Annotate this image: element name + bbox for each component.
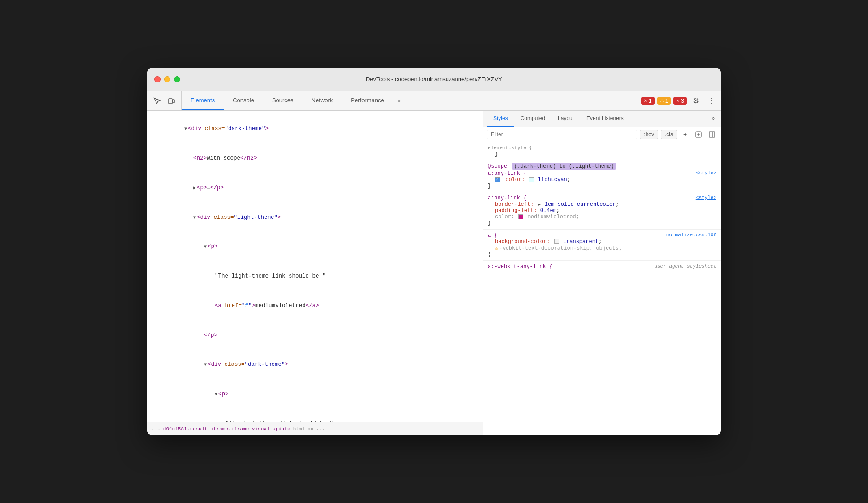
styles-tabs: Styles Computed Layout Event Listeners » (483, 111, 721, 127)
tab-computed[interactable]: Computed (514, 111, 551, 127)
close-button[interactable] (154, 76, 161, 82)
dom-content[interactable]: ▼<div class="dark-theme"> <h2>with scope… (147, 111, 483, 422)
property-checkbox[interactable]: ✓ (495, 177, 500, 182)
svg-rect-0 (169, 99, 172, 104)
dom-line[interactable]: ▼<div class="light-theme"> (147, 203, 483, 232)
css-prop-name-strike: color: (495, 214, 514, 220)
semicolon: ; (599, 238, 602, 245)
settings-icon[interactable]: ⚙ (690, 95, 702, 107)
dom-line[interactable]: <a href="#">mediumvioletred</a> (147, 291, 483, 321)
css-close-brace: } (488, 183, 491, 189)
tab-console[interactable]: Console (224, 91, 263, 110)
footer-tag2[interactable]: bo (308, 426, 313, 432)
css-close-brace: } (488, 220, 491, 226)
css-prop-value: lightcyan (538, 177, 567, 183)
dom-line[interactable]: ▼<p> (147, 232, 483, 262)
dom-line[interactable]: "The dark-theme link should be " (147, 409, 483, 422)
error-badge[interactable]: ✕ 1 (641, 97, 655, 105)
toggle-sidebar-icon[interactable] (707, 129, 717, 140)
dom-line[interactable]: "The light-theme link should be " (147, 262, 483, 291)
collapse-icon[interactable]: ▼ (184, 126, 187, 131)
hov-button[interactable]: :hov (640, 130, 658, 139)
dom-line[interactable]: ▼<p> (147, 380, 483, 409)
dom-line[interactable]: ▼<div class="dark-theme"> (147, 114, 483, 144)
css-selector: a:-webkit-any-link { (488, 264, 552, 270)
css-source[interactable]: <style> (696, 195, 716, 200)
css-prop-value-strike: mediumvioletred (528, 214, 576, 220)
css-prop-value: 1em solid currentcolor (545, 201, 616, 208)
collapse-icon[interactable]: ▼ (204, 362, 207, 367)
color-swatch[interactable] (529, 177, 534, 182)
css-prop-name: border-left: (495, 201, 534, 208)
tab-performance[interactable]: Performance (342, 91, 393, 110)
footer-path[interactable]: d04cf581.result-iframe.iframe-visual-upd… (163, 426, 291, 432)
issue-icon: ✕ (676, 98, 680, 103)
color-swatch-transparent[interactable] (554, 239, 559, 244)
titlebar: DevTools - codepen.io/miriamsuzanne/pen/… (147, 68, 721, 91)
tab-network[interactable]: Network (303, 91, 342, 110)
color-swatch-strike[interactable] (518, 214, 523, 219)
semicolon: ; (576, 214, 579, 220)
footer-more: ... (316, 426, 325, 432)
inspect-icon[interactable] (151, 95, 163, 107)
devtools-window: DevTools - codepen.io/miriamsuzanne/pen/… (147, 68, 721, 435)
new-style-rule-icon[interactable] (693, 129, 704, 140)
tab-elements[interactable]: Elements (182, 91, 224, 110)
collapse-icon[interactable]: ▼ (215, 392, 217, 397)
dom-line[interactable]: <h2>with scope</h2> (147, 144, 483, 173)
css-rule-element-style: element.style { } (483, 142, 721, 160)
more-tabs-button[interactable]: » (393, 91, 405, 110)
cls-button[interactable]: .cls (661, 130, 677, 139)
dom-line[interactable]: ▼<div class="dark-theme"> (147, 350, 483, 380)
scope-highlight: (.dark-theme) to (.light-theme) (512, 163, 616, 170)
more-styles-tabs-button[interactable]: » (709, 111, 717, 127)
css-prop-value-strike: objects (596, 245, 618, 252)
device-icon[interactable] (165, 95, 178, 107)
add-style-icon[interactable]: + (680, 129, 690, 140)
collapse-icon[interactable]: ▼ (193, 215, 196, 220)
dom-line[interactable]: ▶<p>…</p> (147, 173, 483, 203)
css-selector: a:any-link { (488, 195, 526, 201)
error-icon: ✕ (644, 98, 647, 103)
element-style-label: element.style { (488, 145, 532, 151)
css-prop-name: color: (505, 177, 525, 183)
dom-line[interactable]: </p> (147, 321, 483, 350)
tab-layout[interactable]: Layout (551, 111, 580, 127)
window-title: DevTools - codepen.io/miriamsuzanne/pen/… (366, 76, 502, 82)
minimize-button[interactable] (164, 76, 170, 82)
css-rule-a: a { normalize.css:106 background-color: … (483, 230, 721, 261)
css-source-normalize[interactable]: normalize.css:106 (666, 232, 716, 238)
more-menu-icon[interactable]: ⋮ (705, 95, 717, 107)
tab-event-listeners[interactable]: Event Listeners (580, 111, 630, 127)
expand-icon[interactable]: ▶ (193, 186, 196, 191)
toolbar: Elements Console Sources Network Perform… (147, 91, 721, 111)
footer-tag1[interactable]: html (293, 426, 305, 432)
css-rule-scope: @scope (.dark-theme) to (.light-theme) a… (483, 160, 721, 192)
tabs: Elements Console Sources Network Perform… (182, 91, 638, 110)
toolbar-icons (147, 91, 182, 110)
issue-badge[interactable]: ✕ 3 (673, 97, 687, 105)
warn-badge[interactable]: ⚠ 1 (657, 97, 671, 105)
css-selector: a:any-link { (488, 170, 526, 177)
maximize-button[interactable] (174, 76, 180, 82)
main-content: ▼<div class="dark-theme"> <h2>with scope… (147, 111, 721, 435)
at-scope-label: @scope (488, 163, 507, 169)
collapse-icon[interactable]: ▼ (204, 244, 207, 249)
css-rule-webkit-any-link: a:-webkit-any-link { user agent styleshe… (483, 261, 721, 273)
css-prop-name: background-color: (495, 238, 550, 245)
traffic-lights (154, 76, 180, 82)
triangle-right-icon[interactable]: ▶ (538, 202, 541, 207)
styles-content[interactable]: element.style { } @scope (.dark-theme) t… (483, 142, 721, 435)
css-source[interactable]: <style> (696, 170, 716, 176)
warn-count: 1 (665, 98, 668, 104)
svg-rect-3 (709, 132, 715, 137)
css-close-brace: } (495, 151, 498, 157)
toolbar-right: ✕ 1 ⚠ 1 ✕ 3 ⚙ ⋮ (638, 91, 721, 110)
footer-dots: ... (152, 426, 161, 432)
tab-styles[interactable]: Styles (487, 111, 514, 127)
tab-sources[interactable]: Sources (263, 91, 303, 110)
filter-input[interactable] (487, 130, 637, 139)
warn-icon: ⚠ (495, 245, 498, 252)
dom-panel: ▼<div class="dark-theme"> <h2>with scope… (147, 111, 483, 435)
semicolon: ; (556, 208, 560, 214)
